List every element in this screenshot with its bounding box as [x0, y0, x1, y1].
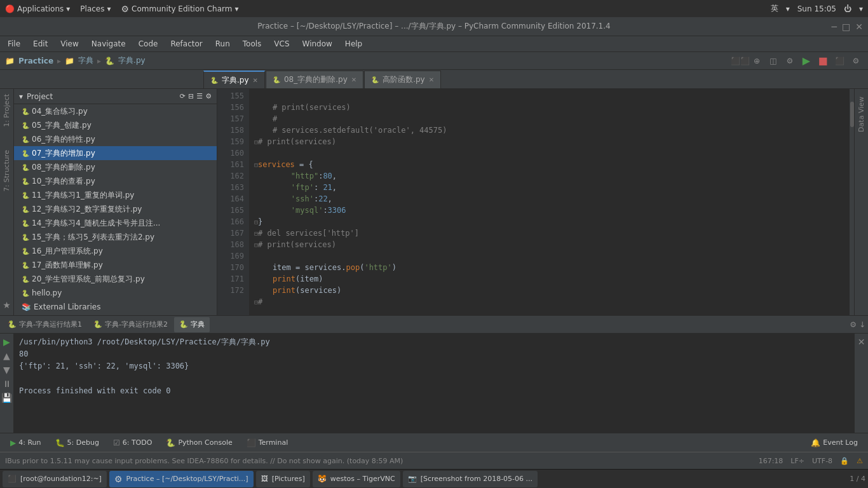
menu-help[interactable]: Help [340, 38, 367, 50]
taskbar-terminal-label: [root@foundation12:~] [20, 475, 102, 483]
tab-字典[interactable]: 🐍 字典.py ✕ [203, 71, 265, 88]
run-pause-button[interactable]: ⏸ [1, 378, 13, 390]
menu-file[interactable]: File [3, 38, 25, 50]
file-06[interactable]: 🐍 06_字典的特性.py [14, 132, 217, 146]
gear-icon[interactable]: ⚙ [205, 92, 212, 100]
collapse-icon[interactable]: ⊟ [188, 92, 194, 100]
python-console-action[interactable]: 🐍 Python Console [161, 437, 237, 449]
structure-panel-tab[interactable]: 7: Structure [1, 145, 13, 196]
menu-view[interactable]: View [55, 38, 83, 50]
todo-action[interactable]: ☑ 6: TODO [108, 437, 157, 449]
encoding: UTF-8 [812, 457, 832, 465]
run-left-buttons: ▶ ▲ ▼ ⏸ 💾 [0, 334, 14, 433]
tab-高阶函数[interactable]: 🐍 高阶函数.py ✕ [364, 71, 441, 88]
menu-tools[interactable]: Tools [238, 38, 267, 50]
file-05[interactable]: 🐍 05_字典_创建.py [14, 118, 217, 132]
menu-vcs[interactable]: VCS [269, 38, 294, 50]
applications-menu[interactable]: 🔴 Applications ▾ [5, 4, 70, 13]
taskbar-screenshot[interactable]: 📷 [Screenshot from 2018-05-06 ... [403, 471, 538, 487]
menu-edit[interactable]: Edit [28, 38, 53, 50]
pycharm-menu[interactable]: ⚙ Community Edition Charm ▾ [121, 4, 239, 14]
nav-fold-button[interactable]: ◫ [766, 54, 780, 68]
close-button[interactable]: ✕ [855, 22, 863, 32]
editor-scrollbar[interactable] [849, 89, 854, 315]
event-log-action[interactable]: 🔔 Event Log [806, 437, 863, 449]
run-action[interactable]: ▶ 4: Run [5, 437, 46, 449]
sync-icon[interactable]: ⟳ [180, 92, 186, 100]
stop-icon-button[interactable]: ■ [816, 54, 830, 68]
run-close-right[interactable]: ✕ [856, 336, 867, 348]
code-content[interactable]: # print(services) # # services.setdefaul… [249, 89, 849, 315]
run-tab-2[interactable]: 🐍 字典-字典运行结果2 [88, 317, 173, 332]
file-10[interactable]: 🐍 10_字典的查看.py [14, 174, 217, 188]
taskbar-pycharm[interactable]: ⚙ Practice – [~/Desktop/LSY/Practi...] [109, 471, 254, 487]
nav-back-button[interactable]: ⬛⬛ [733, 54, 747, 68]
file-17[interactable]: 🐍 17_函数简单理解.py [14, 258, 217, 272]
language-indicator[interactable]: 英 [771, 3, 778, 14]
debug-action[interactable]: 🐛 5: Debug [50, 437, 104, 449]
tab-close-高阶函数[interactable]: ✕ [429, 76, 434, 83]
places-menu[interactable]: Places ▾ [80, 4, 111, 13]
favorites-icon[interactable]: ★ [3, 300, 11, 310]
breadcrumb-sep1: ▸ [57, 57, 61, 65]
file-08[interactable]: 🐍 08_字典的删除.py [14, 160, 217, 174]
menu-window[interactable]: Window [297, 38, 337, 50]
todo-action-icon: ☑ [113, 438, 120, 447]
tab-08删除[interactable]: 🐍 08_字典的删除.py ✕ [266, 71, 363, 88]
run-tab-1[interactable]: 🐍 字典-字典运行结果1 [3, 317, 87, 332]
menu-code[interactable]: Code [133, 38, 163, 50]
menu-navigate[interactable]: Navigate [86, 38, 131, 50]
menu-refactor[interactable]: Refactor [165, 38, 207, 50]
run-scroll-down[interactable]: ▼ [1, 364, 13, 376]
terminal-action-label: Terminal [259, 438, 288, 447]
run-tab-3-icon: 🐍 [179, 320, 188, 329]
file-name-nav[interactable]: 字典.py [118, 55, 146, 66]
power-icon[interactable]: ⏻ [844, 4, 851, 13]
project-name[interactable]: Practice [18, 57, 53, 65]
nav-settings-button[interactable]: ⚙ [783, 54, 797, 68]
warning-icon[interactable]: ⚠ [857, 457, 863, 465]
code-editor[interactable]: 155 156 157 158 159 160 161 162 163 164 … [217, 89, 854, 315]
run-scroll-up[interactable]: ▲ [1, 350, 13, 362]
tab-close-08删除[interactable]: ✕ [351, 76, 356, 83]
run-close-icon[interactable]: ↓ [859, 320, 865, 329]
data-view-tab[interactable]: Data View [855, 92, 867, 137]
event-log-icon: 🔔 [811, 438, 820, 447]
file-04[interactable]: 🐍 04_集合练习.py [14, 104, 217, 118]
file-11[interactable]: 🐍 11_字典练习1_重复的单词.py [14, 188, 217, 202]
taskbar-terminal[interactable]: ⬛ [root@foundation12:~] [3, 471, 107, 487]
taskbar-pictures[interactable]: 🖼 [Pictures] [256, 471, 310, 487]
file-15[interactable]: 🐍 15_字典；练习5_列表去重方法2.py [14, 230, 217, 244]
terminal-action[interactable]: ⬛ Terminal [241, 437, 294, 449]
project-expand-icon[interactable]: ▾ [19, 92, 23, 101]
project-panel-tab[interactable]: 1: Project [1, 89, 13, 132]
file-12[interactable]: 🐍 12_字典练习2_数字重复统计.py [14, 202, 217, 216]
file-07[interactable]: 🐍 07_字典的增加.py [14, 146, 217, 160]
file-14[interactable]: 🐍 14_字典练习4_随机生成卡号并且注... [14, 216, 217, 230]
taskbar-pictures-icon: 🖼 [261, 475, 268, 483]
minimize-button[interactable]: ─ [832, 22, 837, 32]
run-play-button[interactable]: ▶ [1, 336, 13, 348]
filter-icon[interactable]: ☰ [196, 92, 203, 100]
settings-icon-button[interactable]: ⚙ [849, 54, 863, 68]
file-16[interactable]: 🐍 16_用户管理系统.py [14, 244, 217, 258]
coverage-icon-button[interactable]: ⬛ [832, 54, 846, 68]
file-hello[interactable]: 🐍 hello.py [14, 286, 217, 300]
run-settings-icon[interactable]: ⚙ [850, 320, 857, 329]
run-save-button[interactable]: 💾 [1, 392, 13, 403]
run-icon-button[interactable]: ▶ [799, 54, 813, 68]
external-libraries[interactable]: 📚 External Libraries [14, 300, 217, 314]
folder-name[interactable]: 字典 [78, 55, 93, 66]
system-bar: 🔴 Applications ▾ Places ▾ ⚙ Community Ed… [0, 0, 868, 17]
nav-add-button[interactable]: ⊕ [750, 54, 764, 68]
window-controls: ─ □ ✕ [832, 22, 863, 32]
file-20[interactable]: 🐍 20_学生管理系统_前期总复习.py [14, 272, 217, 286]
run-output: /usr/bin/python3 /root/Desktop/LSY/Pract… [14, 334, 854, 433]
tab-close-字典[interactable]: ✕ [253, 77, 258, 84]
action-bar: ▶ 4: Run 🐛 5: Debug ☑ 6: TODO 🐍 Python C… [0, 433, 868, 452]
run-tab-3[interactable]: 🐍 字典 [174, 317, 210, 332]
taskbar-vnc[interactable]: 🐯 westos – TigerVNC [313, 471, 400, 487]
maximize-button[interactable]: □ [842, 22, 850, 32]
run-action-icon: ▶ [10, 438, 16, 447]
menu-run[interactable]: Run [210, 38, 235, 50]
